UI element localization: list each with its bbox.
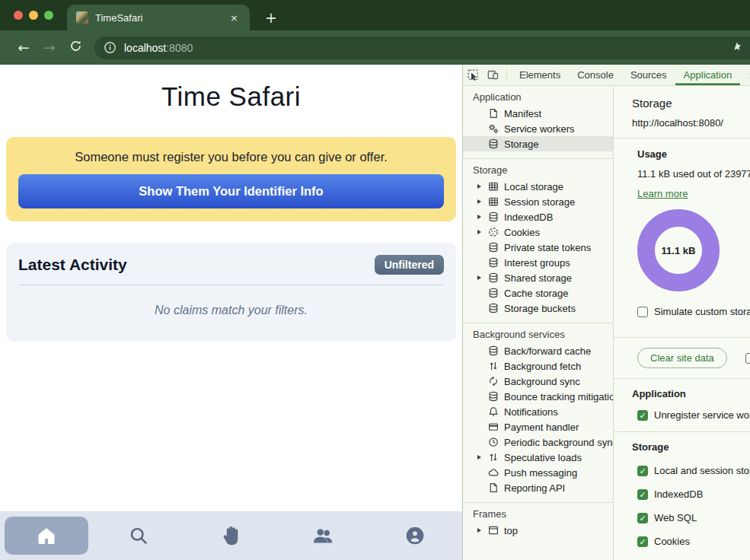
- forward-button[interactable]: →: [37, 40, 62, 56]
- sidebar-item-bounce-tracking-mitigation[interactable]: Bounce tracking mitigation: [463, 389, 613, 404]
- show-identifier-info-button[interactable]: Show Them Your Identifier Info: [18, 174, 444, 208]
- sidebar-item-shared-storage[interactable]: Shared storage: [463, 270, 613, 285]
- page-title: Time Safari: [0, 81, 462, 112]
- checkbox-web-sql[interactable]: ✓: [637, 513, 648, 523]
- usage-heading: Usage: [637, 148, 750, 160]
- sidebar-item-local-storage[interactable]: Local storage: [463, 179, 613, 194]
- sidebar-item-storage[interactable]: Storage: [463, 136, 613, 151]
- db-icon: [488, 288, 499, 298]
- sidebar-section-title: Frames: [463, 506, 613, 523]
- sidebar-section-application: ApplicationManifestService workersStorag…: [463, 86, 613, 159]
- nav-item-people[interactable]: [276, 511, 369, 560]
- address-bar[interactable]: localhost:8080: [94, 37, 750, 59]
- sidebar-item-top[interactable]: top: [463, 523, 613, 538]
- sidebar-item-background-sync[interactable]: Background sync: [463, 374, 613, 389]
- sync-icon: [488, 376, 499, 387]
- sidebar-item-session-storage[interactable]: Session storage: [463, 194, 613, 209]
- sidebar-item-label: Push messaging: [504, 467, 577, 479]
- sidebar-item-push-messaging[interactable]: Push messaging: [463, 465, 613, 480]
- site-info-icon[interactable]: [104, 41, 116, 54]
- checkbox-cookies[interactable]: ✓: [637, 536, 648, 547]
- tab-close-icon[interactable]: ×: [228, 12, 241, 24]
- reload-icon: [69, 40, 82, 52]
- sidebar-item-back-forward-cache[interactable]: Back/forward cache: [463, 343, 613, 358]
- sidebar-item-speculative-loads[interactable]: Speculative loads: [463, 450, 613, 465]
- device-toolbar-icon[interactable]: [483, 69, 503, 81]
- expander-triangle-icon[interactable]: [477, 528, 481, 533]
- bookmark-icon[interactable]: [732, 41, 742, 54]
- sidebar-item-label: top: [504, 525, 518, 536]
- simulate-storage-row: Simulate custom stora: [637, 306, 750, 317]
- sidebar-item-storage-buckets[interactable]: Storage buckets: [463, 301, 613, 316]
- nav-item-profile[interactable]: [369, 511, 461, 560]
- devtools-tabbar: ElementsConsoleSourcesApplication »: [463, 65, 750, 86]
- sidebar-item-cookies[interactable]: Cookies: [463, 224, 613, 240]
- including-third-party-checkbox[interactable]: [745, 353, 750, 364]
- sidebar-item-interest-groups[interactable]: Interest groups: [463, 255, 613, 270]
- sidebar-item-cache-storage[interactable]: Cache storage: [463, 285, 613, 301]
- arrows-icon: [488, 361, 499, 371]
- new-tab-button[interactable]: +: [265, 11, 277, 25]
- expander-triangle-icon[interactable]: [477, 455, 481, 460]
- checkbox-local-and-session-stor[interactable]: ✓: [637, 466, 648, 476]
- doc-icon: [488, 108, 499, 119]
- nav-item-hand[interactable]: [184, 511, 276, 560]
- sidebar-item-reporting-api[interactable]: Reporting API: [463, 480, 613, 495]
- minimize-window-button[interactable]: [29, 11, 38, 20]
- table-icon: [488, 196, 499, 207]
- clear-option-row-web-sql: ✓Web SQL: [632, 512, 750, 523]
- sidebar-item-payment-handler[interactable]: Payment handler: [463, 419, 613, 434]
- clear-option-row-indexeddb: ✓IndexedDB: [632, 488, 750, 500]
- sidebar-item-label: Manifest: [504, 108, 541, 119]
- sidebar-item-label: Notifications: [504, 406, 558, 418]
- sidebar-item-manifest[interactable]: Manifest: [463, 106, 613, 121]
- latest-activity-title: Latest Activity: [18, 256, 127, 274]
- tab-strip: TimeSafari × +: [0, 0, 750, 30]
- checkbox-indexeddb[interactable]: ✓: [637, 489, 648, 500]
- browser-chrome: TimeSafari × + ← → localhost:8080: [0, 0, 750, 65]
- sidebar-item-periodic-background-sync[interactable]: Periodic background sync: [463, 434, 613, 450]
- app-page: Time Safari Someone must register you be…: [0, 65, 462, 560]
- unfiltered-button[interactable]: Unfiltered: [375, 255, 444, 275]
- back-button[interactable]: ←: [11, 40, 37, 56]
- sidebar-item-notifications[interactable]: Notifications: [463, 404, 613, 419]
- sidebar-item-private-state-tokens[interactable]: Private state tokens: [463, 240, 613, 255]
- nav-item-search[interactable]: [92, 511, 184, 560]
- sidebar-item-label: Payment handler: [504, 422, 579, 433]
- simulate-storage-checkbox[interactable]: [637, 307, 648, 317]
- learn-more-link[interactable]: Learn more: [637, 188, 688, 199]
- expander-triangle-icon[interactable]: [477, 184, 481, 189]
- expander-triangle-icon[interactable]: [477, 275, 481, 280]
- inspect-element-icon[interactable]: [463, 69, 483, 81]
- browser-tab[interactable]: TimeSafari ×: [67, 5, 250, 30]
- tab-favicon: [76, 11, 88, 24]
- zoom-window-button[interactable]: [44, 11, 53, 20]
- sidebar-item-label: Local storage: [504, 181, 563, 192]
- close-window-button[interactable]: [14, 11, 23, 20]
- devtools-tab-console[interactable]: Console: [569, 65, 622, 85]
- checkbox-unregister-service-wor[interactable]: ✓: [637, 410, 648, 421]
- expander-triangle-icon[interactable]: [477, 230, 481, 234]
- frame-icon: [488, 525, 499, 536]
- devtools-tab-application[interactable]: Application: [675, 65, 741, 85]
- clear-option-row-local-and-session-stor: ✓Local and session stor: [632, 465, 750, 476]
- devtools-tab-elements[interactable]: Elements: [511, 65, 569, 85]
- sidebar-section-background-services: Background servicesBack/forward cacheBac…: [463, 323, 613, 503]
- devtools-tab-sources[interactable]: Sources: [622, 65, 675, 85]
- clear-including-row: in: [745, 352, 750, 364]
- db-icon: [488, 242, 499, 253]
- sidebar-item-background-fetch[interactable]: Background fetch: [463, 358, 613, 374]
- clear-site-data-button[interactable]: Clear site data: [637, 348, 727, 368]
- devtools: ElementsConsoleSourcesApplication » Appl…: [462, 65, 750, 560]
- sidebar-item-indexeddb[interactable]: IndexedDB: [463, 209, 613, 224]
- people-icon: [312, 525, 334, 546]
- cookie-icon: [488, 227, 499, 237]
- reload-button[interactable]: [62, 40, 88, 56]
- expander-triangle-icon[interactable]: [477, 215, 481, 219]
- bottom-navigation: [0, 511, 462, 560]
- expander-triangle-icon[interactable]: [477, 199, 481, 204]
- sidebar-item-label: Session storage: [504, 196, 575, 208]
- nav-item-home[interactable]: [0, 511, 92, 560]
- storage-options-section: Storage ✓Local and session stor✓IndexedD…: [614, 432, 750, 560]
- sidebar-item-service-workers[interactable]: Service workers: [463, 121, 613, 136]
